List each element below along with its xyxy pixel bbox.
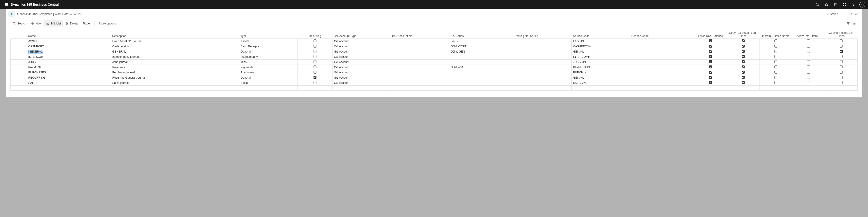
cell-name[interactable]: CASHRCPT: [28, 45, 44, 48]
cell-posting-no-series[interactable]: [513, 70, 572, 75]
cell-type[interactable]: Purchases: [239, 70, 298, 75]
checkbox[interactable]: [840, 60, 843, 63]
checkbox[interactable]: [807, 76, 810, 79]
cell-allow-tax[interactable]: [792, 80, 825, 85]
col-allow-tax-differe[interactable]: Allow Tax Differe...: [792, 30, 825, 38]
cell-copy-tax[interactable]: [727, 38, 760, 44]
list-view-icon[interactable]: [851, 20, 858, 27]
checkbox[interactable]: [807, 65, 810, 69]
checkbox[interactable]: [774, 55, 777, 58]
cell-name-wrap[interactable]: ASSETS: [27, 38, 97, 44]
checkbox[interactable]: [742, 76, 745, 79]
cell-posting-no-series[interactable]: [513, 64, 572, 70]
checkbox[interactable]: [709, 65, 712, 69]
checkbox[interactable]: [807, 81, 810, 84]
cell-no-series[interactable]: GJNL-PMT: [449, 64, 513, 70]
cell-source-code[interactable]: INTERCOMP: [572, 54, 630, 59]
cell-force-doc-balance[interactable]: [694, 75, 727, 80]
cell-posting-no-series[interactable]: [513, 75, 572, 80]
cell-copy-tax[interactable]: [727, 59, 760, 64]
checkbox[interactable]: [709, 81, 712, 84]
cell-copy-tax[interactable]: [727, 54, 760, 59]
checkbox[interactable]: [774, 45, 777, 48]
checkbox[interactable]: [709, 71, 712, 74]
cell-type[interactable]: Cash Receipts: [239, 44, 298, 49]
cell-force-doc-balance[interactable]: [694, 70, 727, 75]
cell-copy-posted[interactable]: [825, 44, 858, 49]
checkbox[interactable]: [313, 55, 316, 58]
cell-allow-tax[interactable]: [792, 75, 825, 80]
cell-type[interactable]: Payments: [239, 64, 298, 70]
cell-force-doc-balance[interactable]: [694, 44, 727, 49]
cell-bal-account-type[interactable]: G/L Account: [333, 80, 391, 85]
settings-icon[interactable]: [840, 0, 849, 9]
cell-bal-account-type[interactable]: G/L Account: [333, 59, 391, 64]
cell-copy-tax[interactable]: [727, 44, 760, 49]
col-copy-tax-setup[interactable]: Copy Tax Setup to Jnl. Lines: [727, 30, 760, 38]
journal-templates-grid[interactable]: Name ↑ Description Type Recurring Bal. A…: [10, 30, 858, 90]
cell-posting-no-series[interactable]: [513, 54, 572, 59]
checkbox[interactable]: [742, 55, 745, 58]
cell-increm-batch[interactable]: [760, 49, 792, 54]
cell-description[interactable]: Purchases journal: [111, 70, 239, 75]
cell-bal-account-type[interactable]: G/L Account: [333, 49, 391, 54]
cell-recurring[interactable]: [298, 64, 333, 70]
checkbox[interactable]: [313, 71, 316, 74]
checkbox[interactable]: [742, 39, 745, 43]
cell-reason-code[interactable]: [630, 80, 694, 85]
checkbox[interactable]: [807, 71, 810, 74]
cell-bal-account-no[interactable]: [391, 75, 449, 80]
action-delete[interactable]: Delete: [63, 20, 81, 27]
checkbox[interactable]: [840, 65, 843, 69]
cell-description[interactable]: Sales journal: [111, 80, 239, 85]
cell-name[interactable]: INTERCOMP: [28, 55, 45, 58]
cell-source-code[interactable]: CASHRECJNL: [572, 44, 630, 49]
cell-reason-code[interactable]: [630, 59, 694, 64]
cell-allow-tax[interactable]: [792, 54, 825, 59]
checkbox[interactable]: [840, 76, 843, 79]
cell-type[interactable]: General: [239, 75, 298, 80]
table-row[interactable]: PAYMENTPaymentsPaymentsG/L AccountGJNL-P…: [11, 64, 858, 70]
cell-copy-posted[interactable]: [825, 64, 858, 70]
cell-force-doc-balance[interactable]: [694, 64, 727, 70]
flag-icon[interactable]: [831, 0, 840, 9]
cell-source-code[interactable]: GENJNL: [572, 49, 630, 54]
cell-description[interactable]: Jobs journal: [111, 59, 239, 64]
checkbox[interactable]: [774, 76, 777, 79]
cell-force-doc-balance[interactable]: [694, 80, 727, 85]
cell-copy-posted[interactable]: [825, 49, 858, 54]
cell-recurring[interactable]: [298, 54, 333, 59]
cell-posting-no-series[interactable]: [513, 44, 572, 49]
cell-name[interactable]: GENERAL: [28, 50, 43, 53]
cell-copy-tax[interactable]: [727, 64, 760, 70]
cell-posting-no-series[interactable]: [513, 80, 572, 85]
checkbox[interactable]: [807, 55, 810, 58]
cell-bal-account-type[interactable]: G/L Account: [333, 70, 391, 75]
cell-copy-posted[interactable]: [825, 75, 858, 80]
row-menu-icon[interactable]: ⋮: [97, 49, 111, 54]
cell-recurring[interactable]: [298, 59, 333, 64]
popout-icon[interactable]: [847, 11, 854, 17]
cell-bal-account-type[interactable]: G/L Account: [333, 54, 391, 59]
cell-type[interactable]: Jobs: [239, 59, 298, 64]
cell-copy-posted[interactable]: [825, 80, 858, 85]
cell-allow-tax[interactable]: [792, 38, 825, 44]
cell-reason-code[interactable]: [630, 70, 694, 75]
cell-increm-batch[interactable]: [760, 38, 792, 44]
checkbox[interactable]: [807, 39, 810, 43]
checkbox[interactable]: [313, 60, 316, 63]
cell-name[interactable]: RECURRING: [28, 76, 45, 79]
table-row-empty[interactable]: [11, 85, 858, 90]
checkbox[interactable]: [774, 39, 777, 43]
cell-increm-batch[interactable]: [760, 80, 792, 85]
checkbox[interactable]: [709, 39, 712, 43]
cell-name-wrap[interactable]: INTERCOMP: [27, 54, 97, 59]
cell-increm-batch[interactable]: [760, 59, 792, 64]
table-row[interactable]: JOBSJobs journalJobsG/L AccountJOBGLJNL: [11, 59, 858, 64]
cell-copy-posted[interactable]: [825, 38, 858, 44]
cell-bal-account-no[interactable]: [391, 70, 449, 75]
cell-recurring[interactable]: [298, 44, 333, 49]
back-button[interactable]: [8, 11, 15, 18]
cell-increm-batch[interactable]: [760, 70, 792, 75]
cell-description[interactable]: GENERAL: [111, 49, 239, 54]
